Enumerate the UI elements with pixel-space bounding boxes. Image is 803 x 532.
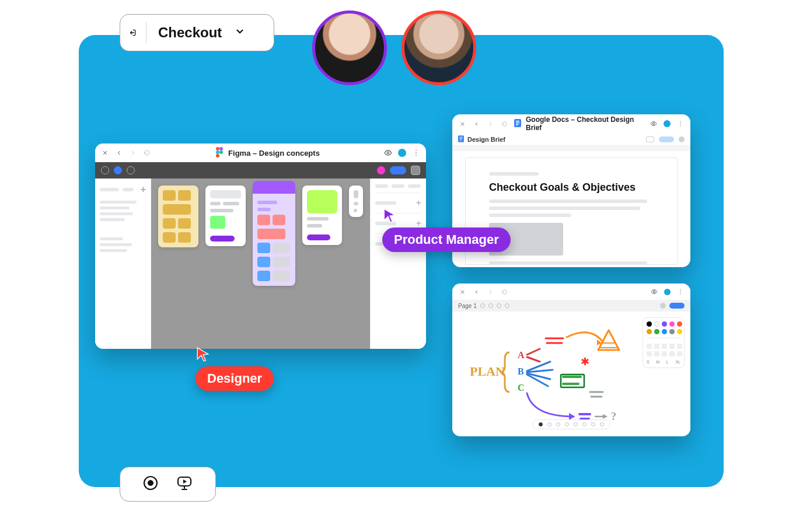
page-dot[interactable] (480, 303, 485, 308)
whiteboard-pager[interactable] (532, 419, 610, 429)
more-icon[interactable] (676, 288, 685, 296)
shape-swatch[interactable] (654, 344, 659, 349)
pager-dot[interactable] (582, 422, 586, 426)
size-m[interactable]: M (656, 360, 659, 364)
back-icon[interactable] (472, 288, 480, 296)
figma-canvas[interactable] (151, 178, 370, 349)
color-swatch[interactable] (662, 321, 667, 327)
refresh-icon[interactable] (500, 120, 508, 128)
refresh-icon[interactable] (500, 288, 508, 296)
size-s[interactable]: S (647, 360, 650, 364)
svg-text:✱: ✱ (581, 356, 589, 368)
whiteboard-palette[interactable]: S M L XL (643, 317, 685, 368)
docs-tab-icon (458, 135, 464, 144)
toolbar-chip[interactable] (669, 303, 685, 309)
avatar[interactable] (312, 10, 387, 85)
avatar[interactable] (402, 10, 476, 85)
size-xl[interactable]: XL (675, 360, 680, 364)
share-pill[interactable] (390, 166, 406, 174)
figma-window[interactable]: Figma – Design concepts + (95, 144, 426, 349)
docs-tab[interactable]: Design Brief (458, 135, 505, 144)
close-icon[interactable] (458, 288, 466, 296)
figma-right-panel: + + + (370, 178, 426, 349)
present-button[interactable] (176, 474, 193, 494)
forward-icon[interactable] (486, 120, 494, 128)
shape-swatch[interactable] (662, 344, 667, 349)
color-swatch[interactable] (669, 329, 675, 334)
forward-icon[interactable] (486, 288, 494, 296)
shape-swatch[interactable] (677, 351, 682, 356)
cursor-label: Designer (195, 366, 274, 391)
more-icon[interactable] (412, 149, 420, 157)
shape-swatch[interactable] (654, 351, 659, 356)
exit-icon[interactable] (128, 29, 137, 37)
color-swatch[interactable] (669, 321, 675, 327)
close-icon[interactable] (458, 120, 466, 128)
tool-dot[interactable] (127, 166, 135, 174)
shape-swatch[interactable] (647, 351, 652, 356)
page-dot[interactable] (488, 303, 493, 308)
shape-swatch[interactable] (677, 344, 682, 349)
back-icon[interactable] (115, 149, 123, 157)
page-dot[interactable] (497, 303, 501, 308)
pager-dot[interactable] (556, 422, 560, 426)
whiteboard-pagebar: Page 1 (452, 300, 690, 312)
color-swatch[interactable] (654, 329, 659, 334)
svg-rect-20 (460, 139, 462, 140)
palette-shapes[interactable] (647, 344, 680, 356)
color-swatch[interactable] (647, 321, 652, 327)
color-swatch[interactable] (677, 329, 682, 334)
eye-icon[interactable] (650, 288, 658, 296)
shape-swatch[interactable] (669, 351, 675, 356)
artboard[interactable] (253, 186, 295, 286)
back-icon[interactable] (472, 120, 480, 128)
page-dot[interactable] (505, 303, 509, 308)
shape-swatch[interactable] (669, 344, 675, 349)
color-swatch[interactable] (654, 321, 659, 327)
whiteboard-window[interactable]: Page 1 PLAN A B C (452, 284, 690, 436)
figma-logo-icon (215, 146, 224, 160)
palette-sizes[interactable]: S M L XL (647, 360, 680, 364)
cursor-arrow-icon (382, 208, 397, 225)
artboard[interactable] (158, 186, 198, 247)
window-title: Figma – Design concepts (228, 149, 320, 158)
svg-point-22 (680, 289, 681, 290)
shape-swatch[interactable] (662, 351, 667, 356)
session-selector[interactable]: Checkout (120, 14, 274, 51)
docs-ruler (452, 146, 690, 150)
pager-dot[interactable] (600, 422, 604, 426)
eye-icon[interactable] (384, 149, 392, 157)
square-icon[interactable] (411, 166, 420, 175)
shape-swatch[interactable] (647, 344, 652, 349)
pager-dot[interactable] (574, 422, 578, 426)
tool-dot[interactable] (101, 166, 109, 174)
svg-point-5 (387, 152, 389, 154)
eye-icon[interactable] (650, 120, 658, 128)
color-swatch[interactable] (647, 329, 652, 334)
artboard[interactable] (302, 186, 343, 245)
plus-icon[interactable]: + (141, 184, 146, 195)
whiteboard-canvas[interactable]: PLAN A B C ✱ (452, 312, 690, 434)
cursor-designer: Designer (195, 346, 274, 391)
tool-dot-active[interactable] (114, 166, 122, 174)
pager-dot[interactable] (539, 422, 543, 426)
chevron-down-icon[interactable] (235, 26, 245, 39)
docs-tabbar: Design Brief (452, 133, 690, 146)
svg-rect-11 (516, 123, 519, 124)
more-icon[interactable] (676, 120, 685, 128)
size-l[interactable]: L (666, 360, 669, 364)
cursor-arrow-icon (195, 346, 211, 364)
artboard[interactable] (349, 186, 363, 217)
color-swatch[interactable] (662, 329, 667, 334)
artboard[interactable] (205, 186, 246, 246)
pager-dot[interactable] (547, 422, 551, 426)
pager-dot[interactable] (591, 422, 595, 426)
svg-marker-34 (603, 414, 608, 419)
palette-colors[interactable] (647, 321, 680, 334)
record-button[interactable] (143, 475, 158, 493)
pager-dot[interactable] (565, 422, 569, 426)
close-icon[interactable] (101, 149, 109, 157)
color-swatch[interactable] (677, 321, 682, 327)
forward-icon[interactable] (129, 149, 137, 157)
refresh-icon[interactable] (143, 149, 151, 157)
